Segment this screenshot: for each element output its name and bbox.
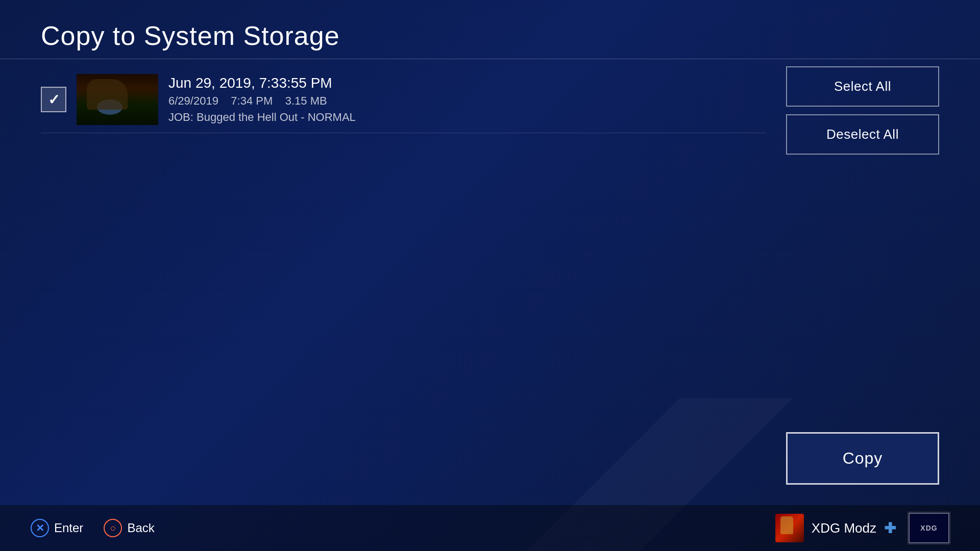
username: XDG Modz: [812, 520, 876, 536]
save-meta: 6/29/2019 7:34 PM 3.15 MB: [168, 94, 356, 108]
enter-label: Enter: [54, 521, 83, 535]
x-button-icon: ✕: [31, 519, 49, 537]
copy-button[interactable]: Copy: [786, 432, 939, 485]
title-divider: [0, 59, 980, 59]
save-date: 6/29/2019: [168, 94, 218, 107]
user-info: XDG Modz ✚ XDG: [775, 513, 949, 543]
ps-plus-icon: ✚: [884, 520, 896, 537]
right-panel: Select All Deselect All: [786, 66, 939, 155]
bottom-controls: ✕ Enter ○ Back: [31, 519, 155, 537]
save-info: Jun 29, 2019, 7:33:55 PM 6/29/2019 7:34 …: [168, 75, 356, 124]
deselect-all-button[interactable]: Deselect All: [786, 114, 939, 155]
back-label: Back: [127, 521, 154, 535]
save-size: 3.15 MB: [285, 94, 327, 107]
user-avatar: [775, 514, 804, 542]
save-item-checkbox[interactable]: [41, 87, 66, 112]
copy-button-container: Copy: [786, 432, 939, 485]
back-control: ○ Back: [104, 519, 154, 537]
save-time: 7:34 PM: [231, 94, 273, 107]
page-title: Copy to System Storage: [41, 20, 340, 51]
save-thumbnail: [77, 74, 158, 125]
enter-control: ✕ Enter: [31, 519, 83, 537]
select-all-button[interactable]: Select All: [786, 66, 939, 107]
save-list: Jun 29, 2019, 7:33:55 PM 6/29/2019 7:34 …: [41, 66, 766, 133]
save-date-title: Jun 29, 2019, 7:33:55 PM: [168, 75, 356, 91]
bottom-bar: ✕ Enter ○ Back XDG Modz ✚ XDG: [0, 505, 980, 551]
o-button-icon: ○: [104, 519, 122, 537]
xdg-logo: XDG: [909, 513, 949, 543]
save-job: JOB: Bugged the Hell Out - NORMAL: [168, 111, 356, 124]
save-item[interactable]: Jun 29, 2019, 7:33:55 PM 6/29/2019 7:34 …: [41, 66, 766, 133]
